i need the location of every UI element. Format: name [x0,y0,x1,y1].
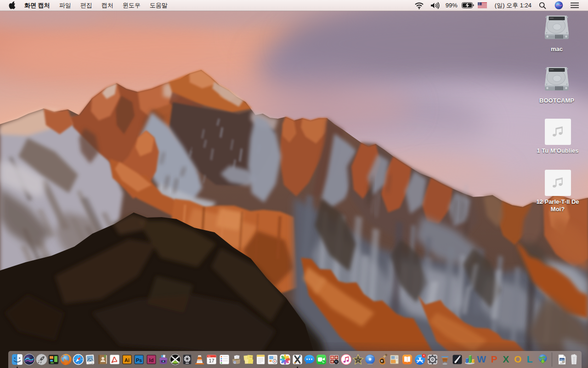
svg-text:Mem: Mem [249,356,252,358]
svg-text:★★★: ★★★ [478,4,481,5]
svg-text:17: 17 [209,358,214,363]
svg-text:P: P [491,354,497,364]
svg-text:★★★: ★★★ [478,3,481,4]
svg-text:6월: 6월 [208,356,210,357]
svg-text:Ps: Ps [136,357,141,363]
svg-text:L: L [527,354,533,364]
svg-text:Ai: Ai [124,357,130,363]
svg-text:MOV: MOV [560,362,563,364]
svg-text:Id: Id [149,357,153,363]
svg-text:O: O [514,354,521,364]
svg-text:4: 4 [423,354,424,357]
svg-text:Q: Q [233,361,236,364]
svg-text:★★★: ★★★ [478,2,481,3]
svg-text:▪▪▪▪▪▪▪▪: ▪▪▪▪▪▪▪▪ [550,17,554,19]
svg-text:X: X [503,354,509,364]
svg-text:W: W [477,354,486,364]
